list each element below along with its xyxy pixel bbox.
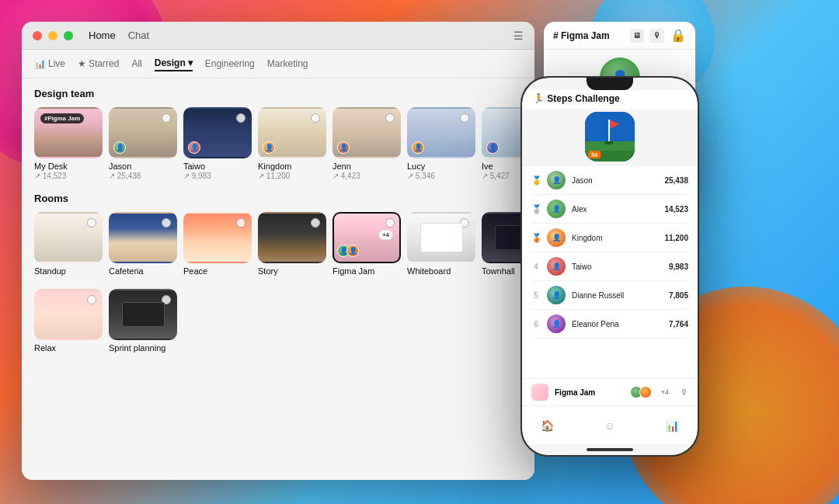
chat-icon: ☺ bbox=[604, 419, 615, 432]
room-plus-count: +4 bbox=[661, 388, 669, 396]
minimize-button[interactable] bbox=[48, 31, 57, 40]
card-sprint[interactable]: Sprint planning bbox=[109, 289, 177, 353]
card-lucy[interactable]: 👤 Lucy ↗ 5,346 bbox=[407, 107, 475, 180]
star-icon: ★ bbox=[78, 58, 86, 69]
mac-window: Home Chat ☰ 📊 Live ★ Starred All Design … bbox=[22, 22, 534, 480]
clock-icon-taiwo bbox=[236, 113, 245, 123]
chat-header: # Figma Jam 🖥 🎙 🔒 bbox=[544, 22, 695, 50]
clock-icon-jenn bbox=[385, 113, 395, 123]
rooms-cards-row1: Standup Cafeteria Peace bbox=[34, 212, 522, 276]
card-count-lucy: ↗ 5,346 bbox=[407, 172, 475, 180]
svg-point-5 bbox=[604, 141, 614, 144]
nav-tab-all[interactable]: All bbox=[131, 57, 141, 71]
card-jason[interactable]: 👤 Jason ↗ 25,438 bbox=[109, 107, 177, 180]
lb-avatar-eleanor: 👤 bbox=[547, 315, 566, 333]
rank-medal-3: 🥉 bbox=[531, 233, 541, 243]
tab-home[interactable]: Home bbox=[89, 30, 116, 41]
leaderboard: 🥇 👤 Jason 25,438 🥈 👤 Alex 14,523 🥉 👤 bbox=[522, 166, 698, 378]
avatar-jenn: 👤 bbox=[337, 141, 350, 154]
footer-chat[interactable]: ☺ bbox=[604, 419, 615, 432]
card-relax[interactable]: Relax bbox=[34, 289, 103, 353]
clock-standup bbox=[87, 218, 96, 228]
phone-screen: 🏃 Steps Challenge bbox=[522, 78, 698, 455]
card-cafeteria[interactable]: Cafeteria bbox=[109, 212, 177, 276]
lb-score-alex: 14,523 bbox=[664, 205, 688, 214]
phone-footer: 🏠 ☺ 📊 bbox=[522, 405, 698, 444]
card-name-lucy: Lucy bbox=[407, 162, 475, 171]
plus-count-badge: +4 bbox=[378, 230, 393, 240]
lb-avatar-taiwo: 👤 bbox=[547, 257, 566, 276]
avatar-lucy: 👤 bbox=[412, 141, 424, 154]
card-jenn[interactable]: 👤 Jenn ↗ 4,423 bbox=[332, 107, 401, 180]
card-name-relax: Relax bbox=[34, 343, 103, 353]
lb-avatar-jason: 👤 bbox=[547, 171, 566, 189]
nav-tab-starred[interactable]: ★ Starred bbox=[78, 57, 119, 71]
card-peace[interactable]: Peace bbox=[183, 212, 252, 276]
lb-score-jason: 25,438 bbox=[664, 176, 688, 185]
room-participants-small bbox=[630, 386, 652, 398]
lb-name-taiwo: Taiwo bbox=[572, 262, 663, 271]
close-button[interactable] bbox=[33, 31, 42, 40]
card-figma-jam[interactable]: 👤 👤 +4 Figma Jam bbox=[332, 212, 401, 276]
hamburger-menu[interactable]: ☰ bbox=[513, 30, 524, 42]
card-name-cafeteria: Cafeteria bbox=[109, 266, 177, 276]
chat-header-icons: 🖥 🎙 🔒 bbox=[630, 28, 686, 43]
nav-tab-live[interactable]: 📊 Live bbox=[34, 57, 65, 71]
chat-title: # Figma Jam bbox=[553, 30, 610, 41]
right-panel: # Figma Jam 🖥 🎙 🔒 👤 Alex bbox=[544, 22, 817, 193]
app-icon: 54 bbox=[585, 112, 635, 162]
current-room-bar[interactable]: Figma Jam +4 🎙 bbox=[522, 378, 698, 405]
home-icon: 🏠 bbox=[541, 419, 554, 432]
clock-icon-lucy bbox=[460, 113, 469, 123]
tab-chat[interactable]: Chat bbox=[128, 30, 149, 41]
card-count-taiwo: ↗ 9,983 bbox=[183, 172, 252, 180]
maximize-button[interactable] bbox=[64, 31, 73, 40]
room-dot-2 bbox=[639, 386, 652, 398]
lb-name-jason: Jason bbox=[572, 176, 658, 185]
current-room-icon bbox=[531, 384, 548, 401]
svg-rect-3 bbox=[608, 120, 610, 141]
design-team-title: Design team bbox=[34, 88, 522, 99]
phone-notch bbox=[587, 78, 633, 90]
clock-icon-jason bbox=[162, 113, 171, 123]
stats-icon: 📊 bbox=[666, 419, 679, 432]
phone-bottom-bar bbox=[522, 444, 698, 455]
rank-medal-1: 🥇 bbox=[531, 176, 541, 186]
lb-score-eleanor: 7,764 bbox=[669, 320, 688, 328]
rooms-cards-row2: Relax Sprint planning bbox=[34, 289, 522, 353]
lock-icon: 🔒 bbox=[670, 28, 686, 43]
lb-name-kingdom: Kingdom bbox=[572, 234, 658, 242]
nav-tabs: 📊 Live ★ Starred All Design ▾ Engineerin… bbox=[22, 50, 534, 78]
card-name-mydesk: My Desk bbox=[34, 162, 103, 171]
card-count-jenn: ↗ 4,423 bbox=[332, 172, 401, 180]
home-indicator bbox=[587, 448, 633, 451]
card-whiteboard[interactable]: Whiteboard bbox=[407, 212, 475, 276]
card-count-mydesk: ↗ 14,523 bbox=[34, 172, 103, 180]
mic-small-icon[interactable]: 🎙 bbox=[680, 388, 688, 397]
main-container: Home Chat ☰ 📊 Live ★ Starred All Design … bbox=[0, 0, 839, 504]
lb-score-taiwo: 9,983 bbox=[669, 262, 688, 271]
card-story[interactable]: Story bbox=[258, 212, 326, 276]
card-kingdom[interactable]: 👤 Kingdom ↗ 11,200 bbox=[258, 107, 326, 180]
footer-stats[interactable]: 📊 bbox=[666, 419, 679, 432]
leaderboard-item-6: 6 👤 Eleanor Pena 7,764 bbox=[531, 310, 688, 339]
lb-avatar-alex: 👤 bbox=[547, 200, 566, 218]
card-name-story: Story bbox=[258, 266, 326, 276]
card-name-kingdom: Kingdom bbox=[258, 162, 326, 171]
card-standup[interactable]: Standup bbox=[34, 212, 103, 276]
footer-home[interactable]: 🏠 bbox=[541, 419, 554, 432]
nav-tab-design[interactable]: Design ▾ bbox=[155, 56, 193, 71]
card-taiwo[interactable]: 👤 Taiwo ↗ 9,983 bbox=[183, 107, 252, 180]
card-name-sprint: Sprint planning bbox=[109, 343, 177, 353]
leaderboard-item-4: 4 👤 Taiwo 9,983 bbox=[531, 252, 688, 281]
nav-tab-marketing[interactable]: Marketing bbox=[267, 57, 308, 71]
avatar-ive: 👤 bbox=[486, 141, 499, 154]
mic-icon[interactable]: 🎙 bbox=[650, 29, 664, 43]
nav-tab-engineering[interactable]: Engineering bbox=[205, 57, 255, 71]
lb-score-dianne: 7,805 bbox=[669, 291, 688, 300]
avatar-taiwo: 👤 bbox=[188, 141, 200, 154]
screen-share-icon[interactable]: 🖥 bbox=[630, 29, 644, 43]
card-my-desk[interactable]: #Figma Jam My Desk ↗ 14,523 bbox=[34, 107, 103, 180]
phone-mockup: 🏃 Steps Challenge bbox=[520, 76, 699, 457]
rank-6: 6 bbox=[531, 320, 541, 328]
